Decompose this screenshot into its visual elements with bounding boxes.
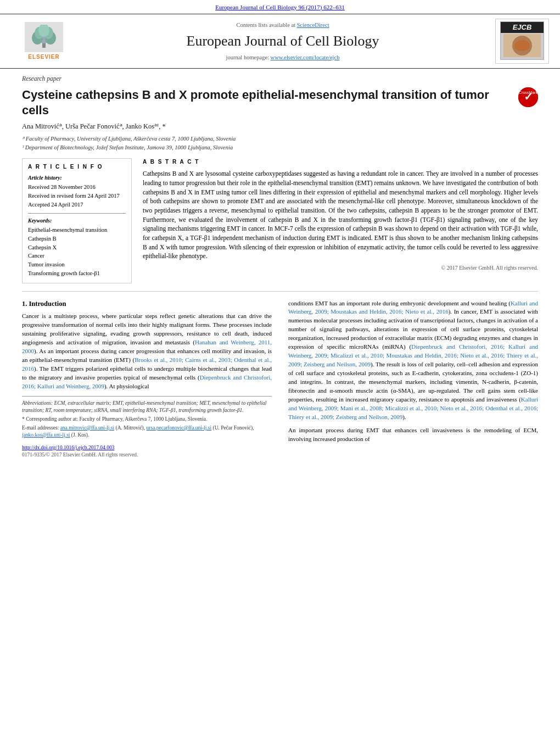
elsevier-tree-icon (25, 22, 63, 52)
keyword-1: Epithelial-mesenchymal transition (28, 226, 126, 235)
intro-para1: Cancer is a multistep process, where par… (22, 312, 272, 390)
issn-line: 0171-9335/© 2017 Elsevier GmbH. All righ… (22, 451, 272, 459)
body-content: 1. Introduction Cancer is a multistep pr… (22, 299, 538, 459)
svg-point-12 (514, 40, 530, 51)
revised-date: Received in revised form 24 April 2017 (28, 192, 126, 200)
journal-title-area: Contents lists available at ScienceDirec… (77, 21, 489, 62)
doi-bar: http://dx.doi.org/10.1016/j.ejcb.2017.04… (22, 444, 272, 459)
article-info-title: A R T I C L E I N F O (28, 163, 126, 171)
article-history-label: Article history: (28, 174, 126, 182)
main-content-area: Research paper Cysteine cathepsins B and… (0, 69, 560, 470)
sciencedirect-link[interactable]: ScienceDirect (297, 22, 329, 28)
keywords-list: Epithelial-mesenchymal transition Cathep… (28, 226, 126, 277)
svg-text:CrossMark: CrossMark (519, 91, 537, 94)
journal-title: European Journal of Cell Biology (77, 31, 489, 51)
cite-diepenbruck2[interactable]: Diepenbruck and Christofori, 2016; Kallu… (288, 343, 538, 367)
body-right-col: conditions EMT has an important role dur… (288, 299, 538, 459)
journal-homepage-link[interactable]: www.elsevier.com/locate/ejcb (271, 54, 340, 60)
copyright-line: © 2017 Elsevier GmbH. All rights reserve… (143, 264, 538, 272)
journal-homepage: journal homepage: www.elsevier.com/locat… (77, 54, 489, 62)
cite-kalluri3[interactable]: Kalluri and Weinberg, 2009; Mani et al.,… (288, 396, 538, 420)
keyword-5: Tumor invasion (28, 261, 126, 269)
email-link-3[interactable]: janko.kos@ffa.uni-lj.si (22, 432, 70, 438)
authors-line: Ana Mitrovićᵃ, Urša Pečar Fonovićᵃ, Jank… (22, 122, 538, 132)
article-dates: Received 28 November 2016 Received in re… (28, 183, 126, 209)
intro-para3: An important process during EMT that enh… (288, 426, 538, 444)
email-line: E-mail addresses: ana.mitrovic@ffa.uni-l… (22, 425, 272, 439)
keyword-2: Cathepsin B (28, 235, 126, 243)
affiliations: ᵃ Faculty of Pharmacy, University of Lju… (22, 135, 538, 152)
journal-citation-link[interactable]: European Journal of Cell Biology 96 (201… (215, 4, 345, 10)
contents-line: Contents lists available at ScienceDirec… (77, 21, 489, 30)
journal-citation-bar: European Journal of Cell Biology 96 (201… (0, 0, 560, 14)
received-date: Received 28 November 2016 (28, 183, 126, 192)
article-info-box: A R T I C L E I N F O Article history: R… (22, 158, 132, 283)
email-link-2[interactable]: ursa.pecarfonovic@ffa.uni-lj.si (147, 425, 212, 431)
cite-hanahan[interactable]: Hanahan and Weinberg, 2011, 2000 (22, 339, 272, 354)
body-left-col: 1. Introduction Cancer is a multistep pr… (22, 299, 272, 459)
keywords-label: Keywords: (28, 217, 126, 225)
healing-word: healing (489, 300, 507, 306)
ejcb-logo-area: EJCB (489, 19, 549, 64)
abbreviations-note: Abbreviations: ECM, extracellular matrix… (22, 400, 272, 414)
paper-title-row: Cysteine cathepsins B and X promote epit… (22, 87, 538, 118)
abstract-text: Cathepsins B and X are lysosomal cystein… (143, 169, 538, 261)
elsevier-wordmark: ELSEVIER (28, 53, 59, 61)
crossmark-icon[interactable]: ✓ CrossMark (518, 87, 538, 107)
intro-para2: conditions EMT has an important role dur… (288, 299, 538, 422)
journal-header: ELSEVIER Contents lists available at Sci… (0, 14, 560, 69)
accepted-date: Accepted 24 April 2017 (28, 201, 126, 209)
keyword-3: Cathepsin X (28, 244, 126, 252)
email-link-1[interactable]: ana.mitrovic@ffa.uni-lj.si (60, 425, 115, 431)
abstract-column: A B S T R A C T Cathepsins B and X are l… (143, 158, 538, 283)
keyword-4: Cancer (28, 252, 126, 260)
paper-type-label: Research paper (22, 74, 538, 83)
svg-text:EJCB: EJCB (513, 23, 532, 31)
keyword-6: Transforming growth factor-β1 (28, 270, 126, 278)
article-info-abstract-row: A R T I C L E I N F O Article history: R… (22, 158, 538, 283)
elsevier-logo-area: ELSEVIER (11, 22, 77, 61)
affiliation-b: ᶦ Department of Biotechnology, Jožef Ste… (22, 144, 538, 152)
doi-link[interactable]: http://dx.doi.org/10.1016/j.ejcb.2017.04… (22, 445, 114, 450)
cite-diepenbruck[interactable]: Diepenbruck and Christofori, 2016; Kallu… (22, 374, 272, 389)
corresponding-note: * Corresponding author at: Faculty of Ph… (22, 416, 272, 423)
affiliation-a: ᵃ Faculty of Pharmacy, University of Lju… (22, 135, 538, 143)
ejcb-cover-image: EJCB (500, 21, 544, 60)
abstract-title: A B S T R A C T (143, 158, 538, 166)
intro-heading: 1. Introduction (22, 299, 272, 309)
cite-brooks[interactable]: Brooks et al., 2010; Cairns et al., 2003… (22, 356, 272, 372)
footnotes-area: Abbreviations: ECM, extracellular matrix… (22, 396, 272, 438)
paper-title: Cysteine cathepsins B and X promote epit… (22, 87, 509, 118)
